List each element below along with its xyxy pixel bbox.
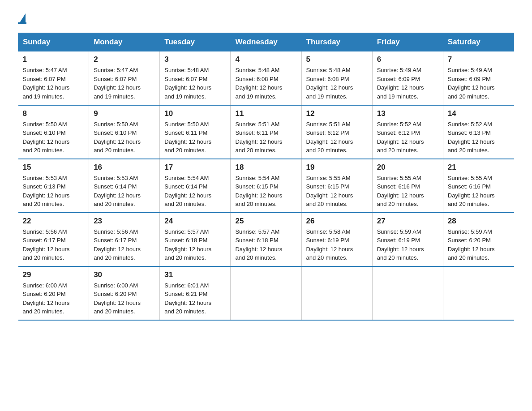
daylight-minutes: and 20 minutes. bbox=[306, 201, 348, 207]
calendar-cell: 27 Sunrise: 5:59 AM Sunset: 6:19 PM Dayl… bbox=[372, 213, 443, 266]
calendar-cell: 29 Sunrise: 6:00 AM Sunset: 6:20 PM Dayl… bbox=[18, 266, 89, 320]
sunset-label: Sunset: 6:17 PM bbox=[94, 237, 137, 244]
calendar-cell: 28 Sunrise: 5:59 AM Sunset: 6:20 PM Dayl… bbox=[443, 213, 514, 266]
daylight-minutes: and 20 minutes. bbox=[448, 147, 489, 154]
sunset-label: Sunset: 6:20 PM bbox=[94, 291, 137, 297]
day-number: 22 bbox=[23, 217, 85, 226]
calendar-week-row: 15 Sunrise: 5:53 AM Sunset: 6:13 PM Dayl… bbox=[18, 159, 514, 213]
sunset-label: Sunset: 6:18 PM bbox=[164, 237, 207, 244]
header-row: SundayMondayTuesdayWednesdayThursdayFrid… bbox=[18, 33, 514, 51]
sunrise-label: Sunrise: 5:47 AM bbox=[94, 67, 138, 73]
day-info: Sunrise: 5:59 AM Sunset: 6:20 PM Dayligh… bbox=[448, 227, 510, 262]
day-info: Sunrise: 5:55 AM Sunset: 6:16 PM Dayligh… bbox=[448, 174, 510, 209]
daylight-label: Daylight: 12 hours bbox=[94, 246, 141, 253]
calendar-cell: 25 Sunrise: 5:57 AM Sunset: 6:18 PM Dayl… bbox=[231, 213, 301, 266]
day-number: 4 bbox=[235, 55, 296, 64]
day-info: Sunrise: 5:52 AM Sunset: 6:12 PM Dayligh… bbox=[377, 120, 438, 155]
sunset-label: Sunset: 6:07 PM bbox=[164, 76, 207, 82]
sunrise-label: Sunrise: 5:55 AM bbox=[448, 175, 492, 181]
sunrise-label: Sunrise: 5:57 AM bbox=[164, 228, 209, 235]
day-info: Sunrise: 5:48 AM Sunset: 6:08 PM Dayligh… bbox=[306, 66, 368, 101]
day-info: Sunrise: 5:48 AM Sunset: 6:08 PM Dayligh… bbox=[235, 66, 296, 101]
day-number: 10 bbox=[164, 109, 226, 118]
day-info: Sunrise: 5:55 AM Sunset: 6:15 PM Dayligh… bbox=[306, 174, 368, 209]
daylight-minutes: and 20 minutes. bbox=[448, 254, 489, 261]
daylight-minutes: and 20 minutes. bbox=[164, 254, 206, 261]
calendar-cell bbox=[372, 266, 443, 320]
calendar-cell: 6 Sunrise: 5:49 AM Sunset: 6:09 PM Dayli… bbox=[372, 51, 443, 105]
daylight-minutes: and 20 minutes. bbox=[94, 308, 135, 315]
day-number: 20 bbox=[377, 163, 438, 172]
calendar-cell: 5 Sunrise: 5:48 AM Sunset: 6:08 PM Dayli… bbox=[301, 51, 372, 105]
daylight-minutes: and 20 minutes. bbox=[164, 308, 206, 315]
sunset-label: Sunset: 6:12 PM bbox=[306, 129, 349, 136]
daylight-label: Daylight: 12 hours bbox=[164, 192, 211, 199]
day-number: 6 bbox=[377, 55, 438, 64]
sunrise-label: Sunrise: 5:50 AM bbox=[94, 121, 138, 128]
daylight-minutes: and 20 minutes. bbox=[94, 147, 135, 154]
calendar-cell: 16 Sunrise: 5:53 AM Sunset: 6:14 PM Dayl… bbox=[89, 159, 160, 213]
day-info: Sunrise: 5:49 AM Sunset: 6:09 PM Dayligh… bbox=[448, 66, 510, 101]
daylight-minutes: and 19 minutes. bbox=[94, 93, 135, 100]
calendar-cell: 22 Sunrise: 5:56 AM Sunset: 6:17 PM Dayl… bbox=[18, 213, 89, 266]
header-tuesday: Tuesday bbox=[160, 33, 231, 51]
calendar-cell: 12 Sunrise: 5:51 AM Sunset: 6:12 PM Dayl… bbox=[301, 105, 372, 159]
calendar-cell: 2 Sunrise: 5:47 AM Sunset: 6:07 PM Dayli… bbox=[89, 51, 160, 105]
day-number: 23 bbox=[94, 217, 155, 226]
daylight-label: Daylight: 12 hours bbox=[377, 84, 424, 91]
sunrise-label: Sunrise: 5:50 AM bbox=[164, 121, 209, 128]
daylight-label: Daylight: 12 hours bbox=[235, 84, 282, 91]
sunset-label: Sunset: 6:08 PM bbox=[235, 76, 278, 82]
daylight-label: Daylight: 12 hours bbox=[377, 192, 424, 199]
day-info: Sunrise: 5:53 AM Sunset: 6:13 PM Dayligh… bbox=[23, 174, 85, 209]
daylight-label: Daylight: 12 hours bbox=[164, 84, 211, 91]
sunrise-label: Sunrise: 5:56 AM bbox=[94, 228, 138, 235]
day-info: Sunrise: 5:57 AM Sunset: 6:18 PM Dayligh… bbox=[164, 227, 226, 262]
day-info: Sunrise: 6:00 AM Sunset: 6:20 PM Dayligh… bbox=[94, 281, 155, 316]
calendar-week-row: 1 Sunrise: 5:47 AM Sunset: 6:07 PM Dayli… bbox=[18, 51, 514, 105]
sunrise-label: Sunrise: 6:00 AM bbox=[94, 282, 138, 289]
daylight-minutes: and 20 minutes. bbox=[377, 201, 419, 207]
calendar-cell: 7 Sunrise: 5:49 AM Sunset: 6:09 PM Dayli… bbox=[443, 51, 514, 105]
header-friday: Friday bbox=[372, 33, 443, 51]
daylight-minutes: and 20 minutes. bbox=[235, 254, 277, 261]
logo-triangle-icon bbox=[19, 13, 26, 23]
day-info: Sunrise: 5:50 AM Sunset: 6:10 PM Dayligh… bbox=[23, 120, 85, 155]
day-number: 7 bbox=[448, 55, 510, 64]
daylight-label: Daylight: 12 hours bbox=[306, 246, 353, 253]
daylight-minutes: and 20 minutes. bbox=[448, 93, 489, 100]
daylight-label: Daylight: 12 hours bbox=[94, 300, 141, 306]
daylight-label: Daylight: 12 hours bbox=[306, 84, 353, 91]
page-header bbox=[18, 13, 514, 24]
daylight-minutes: and 20 minutes. bbox=[23, 254, 64, 261]
calendar-cell: 26 Sunrise: 5:58 AM Sunset: 6:19 PM Dayl… bbox=[301, 213, 372, 266]
daylight-minutes: and 20 minutes. bbox=[377, 147, 419, 154]
sunrise-label: Sunrise: 5:48 AM bbox=[235, 67, 279, 73]
sunrise-label: Sunrise: 5:47 AM bbox=[23, 67, 67, 73]
daylight-minutes: and 20 minutes. bbox=[23, 201, 64, 207]
sunset-label: Sunset: 6:11 PM bbox=[164, 129, 207, 136]
daylight-minutes: and 20 minutes. bbox=[377, 254, 419, 261]
calendar-cell: 11 Sunrise: 5:51 AM Sunset: 6:11 PM Dayl… bbox=[231, 105, 301, 159]
day-info: Sunrise: 5:48 AM Sunset: 6:07 PM Dayligh… bbox=[164, 66, 226, 101]
daylight-label: Daylight: 12 hours bbox=[448, 84, 495, 91]
day-number: 16 bbox=[94, 163, 155, 172]
daylight-minutes: and 19 minutes. bbox=[23, 93, 64, 100]
daylight-label: Daylight: 12 hours bbox=[448, 192, 495, 199]
sunrise-label: Sunrise: 5:51 AM bbox=[235, 121, 279, 128]
day-info: Sunrise: 5:54 AM Sunset: 6:14 PM Dayligh… bbox=[164, 174, 226, 209]
daylight-label: Daylight: 12 hours bbox=[235, 192, 282, 199]
daylight-minutes: and 20 minutes. bbox=[235, 201, 277, 207]
day-info: Sunrise: 5:47 AM Sunset: 6:07 PM Dayligh… bbox=[23, 66, 85, 101]
sunrise-label: Sunrise: 5:53 AM bbox=[23, 175, 67, 181]
day-info: Sunrise: 5:51 AM Sunset: 6:11 PM Dayligh… bbox=[235, 120, 296, 155]
day-info: Sunrise: 6:01 AM Sunset: 6:21 PM Dayligh… bbox=[164, 281, 226, 316]
day-info: Sunrise: 6:00 AM Sunset: 6:20 PM Dayligh… bbox=[23, 281, 85, 316]
daylight-label: Daylight: 12 hours bbox=[23, 84, 70, 91]
sunrise-label: Sunrise: 5:51 AM bbox=[306, 121, 351, 128]
day-info: Sunrise: 5:53 AM Sunset: 6:14 PM Dayligh… bbox=[94, 174, 155, 209]
day-info: Sunrise: 5:47 AM Sunset: 6:07 PM Dayligh… bbox=[94, 66, 155, 101]
calendar-cell: 31 Sunrise: 6:01 AM Sunset: 6:21 PM Dayl… bbox=[160, 266, 231, 320]
sunrise-label: Sunrise: 5:54 AM bbox=[164, 175, 209, 181]
logo bbox=[18, 13, 26, 24]
